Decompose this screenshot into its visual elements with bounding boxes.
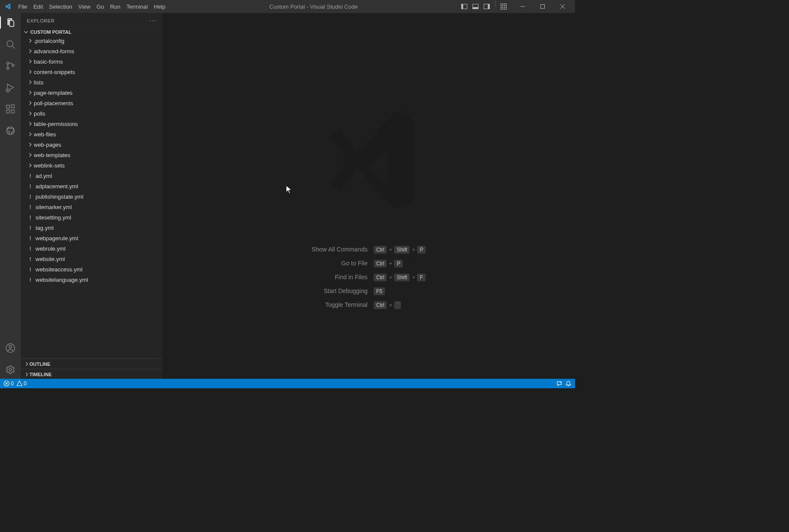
divider (495, 0, 495, 7)
keycap: Ctrl (374, 301, 387, 309)
menu-go[interactable]: Go (94, 3, 107, 10)
file-item[interactable]: !sitemarker.yml (21, 202, 162, 212)
menu-view[interactable]: View (75, 3, 94, 10)
shortcut-keys: F5 (374, 284, 426, 298)
activity-github-icon[interactable] (0, 125, 21, 137)
welcome-shortcuts: Show All CommandsCtrl+Shift+PGo to FileC… (312, 242, 426, 312)
status-warnings[interactable]: 0 (16, 380, 27, 387)
menubar: File Edit Selection View Go Run Terminal… (15, 3, 168, 10)
folder-root-header[interactable]: CUSTOM PORTAL (21, 28, 162, 35)
timeline-section[interactable]: TIMELINE (21, 369, 162, 379)
shortcut-label: Find in Files (312, 270, 374, 284)
keycap: Ctrl (374, 246, 387, 254)
yaml-file-icon: ! (27, 266, 34, 273)
folder-item[interactable]: weblink-sets (21, 160, 162, 171)
folder-item[interactable]: page-templates (21, 87, 162, 98)
outline-section[interactable]: OUTLINE (21, 358, 162, 369)
activity-settings-icon[interactable] (0, 364, 21, 376)
file-item[interactable]: !sitesetting.yml (21, 212, 162, 222)
folder-label: poll-placements (34, 100, 73, 106)
customize-layout-icon[interactable] (498, 0, 509, 13)
maximize-button[interactable] (533, 0, 553, 13)
file-item[interactable]: !tag.yml (21, 222, 162, 233)
shortcut-row: Start DebuggingF5 (312, 284, 426, 298)
status-bar: 0 0 (0, 379, 575, 388)
folder-item[interactable]: web-files (21, 129, 162, 139)
file-label: ad.yml (36, 173, 52, 179)
folder-item[interactable]: lists (21, 77, 162, 87)
activity-source-control-icon[interactable] (0, 60, 21, 72)
file-item[interactable]: !websiteaccess.yml (21, 264, 162, 274)
menu-selection[interactable]: Selection (46, 3, 75, 10)
folder-item[interactable]: advanced-forms (21, 46, 162, 56)
close-button[interactable] (553, 0, 572, 13)
activity-explorer-icon[interactable] (0, 16, 21, 29)
folder-label: lists (34, 79, 43, 86)
svg-line-15 (12, 46, 15, 48)
titlebar: File Edit Selection View Go Run Terminal… (0, 0, 575, 13)
activity-search-icon[interactable] (0, 38, 21, 50)
chevron-right-icon (27, 90, 34, 95)
file-tree[interactable]: .portalconfigadvanced-formsbasic-formsco… (21, 35, 162, 358)
folder-item[interactable]: polls (21, 108, 162, 119)
explorer-more-icon[interactable]: ··· (149, 17, 156, 25)
shortcut-label: Start Debugging (312, 284, 374, 298)
folder-label: basic-forms (34, 58, 63, 65)
file-label: websitelanguage.yml (36, 277, 88, 283)
shortcut-keys: Ctrl+` (374, 298, 426, 312)
toggle-panel-icon[interactable] (470, 0, 481, 13)
status-errors[interactable]: 0 (3, 380, 14, 387)
folder-label: advanced-forms (34, 48, 74, 55)
chevron-down-icon (23, 29, 29, 35)
menu-edit[interactable]: Edit (30, 3, 46, 10)
chevron-right-icon (24, 372, 29, 377)
chevron-right-icon (27, 152, 34, 158)
yaml-file-icon: ! (27, 214, 34, 221)
status-bell-icon[interactable] (565, 380, 572, 387)
svg-point-29 (9, 368, 12, 371)
file-item[interactable]: !publishingstate.yml (21, 191, 162, 202)
file-item[interactable]: !webpagerule.yml (21, 233, 162, 243)
folder-item[interactable]: content-snippets (21, 67, 162, 77)
file-item[interactable]: !ad.yml (21, 171, 162, 181)
folder-item[interactable]: .portalconfig (21, 35, 162, 46)
menu-file[interactable]: File (15, 3, 30, 10)
shortcut-row: Find in FilesCtrl+Shift+F (312, 270, 426, 284)
folder-item[interactable]: basic-forms (21, 56, 162, 67)
svg-rect-25 (11, 105, 14, 108)
toggle-secondary-sidebar-icon[interactable] (481, 0, 492, 13)
menu-run[interactable]: Run (107, 3, 123, 10)
folder-item[interactable]: table-permissions (21, 119, 162, 129)
keycap: F (417, 274, 425, 281)
svg-rect-5 (488, 4, 490, 9)
menu-terminal[interactable]: Terminal (123, 3, 151, 10)
file-item[interactable]: !websitelanguage.yml (21, 274, 162, 285)
activity-extensions-icon[interactable] (0, 103, 21, 115)
file-item[interactable]: !webrole.yml (21, 243, 162, 254)
toggle-primary-sidebar-icon[interactable] (459, 0, 470, 13)
svg-point-14 (7, 41, 13, 47)
folder-item[interactable]: poll-placements (21, 98, 162, 108)
editor-area: Show All CommandsCtrl+Shift+PGo to FileC… (162, 13, 575, 379)
shortcut-row: Go to FileCtrl+P (312, 256, 426, 270)
keycap: F5 (374, 287, 385, 295)
folder-item[interactable]: web-templates (21, 150, 162, 160)
explorer-sidebar: EXPLORER ··· CUSTOM PORTAL .portalconfig… (21, 13, 162, 379)
folder-label: weblink-sets (34, 162, 65, 169)
file-item[interactable]: !website.yml (21, 254, 162, 264)
status-feedback-icon[interactable] (556, 380, 563, 387)
activity-run-debug-icon[interactable] (0, 81, 21, 94)
file-item[interactable]: !adplacement.yml (21, 181, 162, 191)
chevron-right-icon (27, 80, 34, 85)
folder-item[interactable]: web-pages (21, 139, 162, 150)
chevron-right-icon (27, 59, 34, 64)
menu-help[interactable]: Help (151, 3, 168, 10)
yaml-file-icon: ! (27, 183, 34, 190)
explorer-header: EXPLORER ··· (21, 13, 162, 28)
timeline-label: TIMELINE (29, 372, 52, 377)
minimize-button[interactable] (513, 0, 533, 13)
shortcut-keys: Ctrl+Shift+F (374, 270, 426, 284)
svg-point-17 (7, 68, 9, 70)
activity-accounts-icon[interactable] (0, 342, 21, 354)
chevron-right-icon (27, 38, 34, 43)
